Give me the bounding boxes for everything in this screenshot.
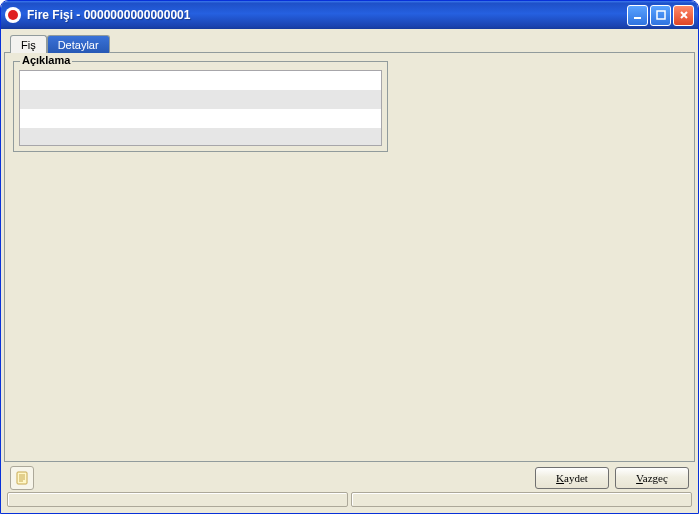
window-title: Fire Fişi - 0000000000000001 bbox=[27, 8, 627, 22]
save-label-rest: aydet bbox=[564, 472, 588, 484]
tab-fis[interactable]: Fiş bbox=[10, 35, 47, 53]
close-button[interactable] bbox=[673, 5, 694, 26]
maximize-button[interactable] bbox=[650, 5, 671, 26]
footer-bar: Kaydet Vazgeç bbox=[4, 462, 695, 492]
tab-strip: Fiş Detaylar bbox=[4, 32, 695, 52]
aciklama-group: Açıklama bbox=[13, 61, 388, 152]
notes-button[interactable] bbox=[10, 466, 34, 490]
save-button[interactable]: Kaydet bbox=[535, 467, 609, 489]
svg-rect-2 bbox=[17, 472, 27, 484]
aciklama-field-wrapper bbox=[19, 70, 382, 146]
close-icon bbox=[678, 9, 690, 21]
svg-rect-1 bbox=[657, 11, 665, 19]
window-controls bbox=[627, 5, 694, 26]
svg-rect-0 bbox=[634, 17, 641, 19]
notes-icon bbox=[14, 470, 30, 486]
save-accel: K bbox=[556, 472, 564, 484]
minimize-icon bbox=[632, 9, 644, 21]
cancel-button[interactable]: Vazgeç bbox=[615, 467, 689, 489]
content-area: Fiş Detaylar Açıklama bbox=[1, 29, 698, 513]
maximize-icon bbox=[655, 9, 667, 21]
tab-detaylar[interactable]: Detaylar bbox=[47, 35, 110, 53]
tab-panel-detaylar: Açıklama bbox=[4, 52, 695, 462]
minimize-button[interactable] bbox=[627, 5, 648, 26]
status-cell-left bbox=[7, 492, 348, 507]
titlebar[interactable]: Fire Fişi - 0000000000000001 bbox=[1, 1, 698, 29]
cancel-accel: V bbox=[636, 472, 643, 484]
aciklama-label: Açıklama bbox=[20, 54, 72, 66]
aciklama-input[interactable] bbox=[20, 71, 381, 146]
cancel-label-rest: azgeç bbox=[643, 472, 668, 484]
app-icon bbox=[5, 7, 21, 23]
status-cell-right bbox=[351, 492, 692, 507]
status-bar bbox=[4, 492, 695, 510]
app-window: Fire Fişi - 0000000000000001 Fiş Deta bbox=[0, 0, 699, 514]
